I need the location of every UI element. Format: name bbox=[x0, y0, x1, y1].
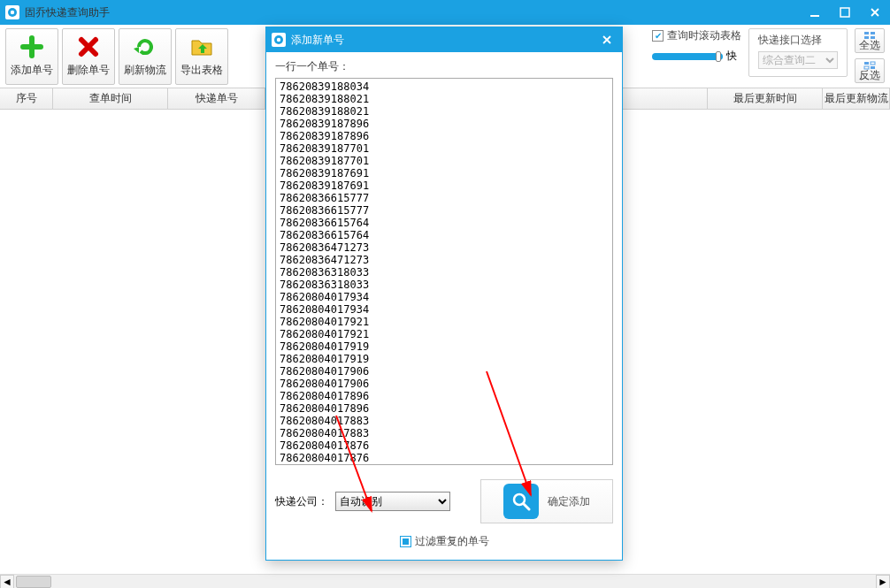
dialog-window-controls bbox=[592, 27, 622, 52]
app-title: 固乔快递查询助手 bbox=[25, 5, 800, 20]
x-icon bbox=[76, 34, 101, 59]
delete-number-button[interactable]: 删除单号 bbox=[62, 28, 115, 85]
dialog-hint: 一行一个单号： bbox=[275, 59, 613, 74]
refresh-icon bbox=[133, 34, 157, 59]
filter-duplicate-checkbox[interactable]: 过滤重复的单号 bbox=[400, 534, 489, 549]
horizontal-scrollbar[interactable]: ◄ ► bbox=[0, 574, 890, 588]
titlebar: 固乔快递查询助手 bbox=[0, 0, 890, 25]
interface-select[interactable]: 综合查询二 bbox=[758, 51, 838, 69]
svg-rect-9 bbox=[871, 62, 875, 65]
close-button[interactable] bbox=[860, 0, 890, 25]
col-tracking-no[interactable]: 快递单号 bbox=[168, 88, 265, 109]
delete-number-label: 删除单号 bbox=[67, 63, 110, 78]
interface-group-title: 快递接口选择 bbox=[758, 33, 838, 48]
col-seq[interactable]: 序号 bbox=[0, 88, 53, 109]
select-all-label: 全选 bbox=[859, 40, 880, 50]
col-query-time[interactable]: 查单时间 bbox=[53, 88, 168, 109]
plus-icon bbox=[19, 34, 44, 59]
tracking-numbers-textarea[interactable]: 78620839188034 78620839188021 7862083918… bbox=[275, 78, 613, 465]
scroll-right-arrow[interactable]: ► bbox=[876, 575, 890, 589]
col-last-update-logi[interactable]: 最后更新物流 bbox=[823, 88, 890, 109]
col-last-update-time[interactable]: 最后更新时间 bbox=[708, 88, 823, 109]
courier-select[interactable]: 自动识别 bbox=[335, 492, 450, 511]
selection-buttons: 全选 反选 bbox=[855, 28, 885, 83]
select-all-button[interactable]: 全选 bbox=[855, 28, 885, 53]
slider-track bbox=[652, 53, 723, 60]
scroll-on-query-label: 查询时滚动表格 bbox=[667, 28, 741, 43]
speed-fast-label: 快 bbox=[726, 49, 737, 64]
svg-rect-4 bbox=[864, 32, 869, 34]
add-number-button[interactable]: 添加单号 bbox=[5, 28, 58, 85]
scroll-left-arrow[interactable]: ◄ bbox=[0, 575, 14, 589]
folder-icon bbox=[189, 34, 214, 59]
minimize-button[interactable] bbox=[800, 0, 830, 25]
courier-label: 快递公司： bbox=[275, 494, 328, 509]
dialog-titlebar: 添加新单号 bbox=[266, 27, 622, 52]
dialog-body: 一行一个单号： 78620839188034 78620839188021 78… bbox=[266, 52, 622, 560]
scroll-thumb[interactable] bbox=[16, 576, 51, 588]
svg-rect-2 bbox=[810, 15, 819, 17]
svg-point-1 bbox=[11, 11, 14, 14]
app-icon bbox=[5, 5, 19, 19]
add-number-label: 添加单号 bbox=[11, 63, 53, 78]
add-number-dialog: 添加新单号 一行一个单号： 78620839188034 78620839188… bbox=[265, 27, 623, 561]
svg-point-13 bbox=[277, 38, 280, 42]
invert-selection-button[interactable]: 反选 bbox=[855, 58, 885, 83]
filter-duplicate-label: 过滤重复的单号 bbox=[415, 534, 489, 549]
dialog-row2: 快递公司： 自动识别 确定添加 bbox=[275, 479, 613, 523]
refresh-label: 刷新物流 bbox=[124, 63, 166, 78]
dialog-app-icon bbox=[272, 33, 286, 47]
svg-rect-5 bbox=[871, 32, 875, 34]
search-express-icon bbox=[503, 484, 539, 519]
toolbar-right: ✔ 查询时滚动表格 快 快递接口选择 综合查询二 全选 bbox=[652, 28, 885, 83]
maximize-button[interactable] bbox=[830, 0, 860, 25]
scroll-on-query-checkbox[interactable]: ✔ 查询时滚动表格 bbox=[652, 28, 741, 43]
confirm-add-label: 确定添加 bbox=[548, 494, 590, 509]
speed-slider[interactable]: 快 bbox=[652, 49, 737, 64]
confirm-add-button[interactable]: 确定添加 bbox=[480, 479, 613, 523]
window-controls bbox=[800, 0, 890, 25]
invert-selection-label: 反选 bbox=[859, 70, 880, 80]
scroll-check-group: ✔ 查询时滚动表格 快 bbox=[652, 28, 741, 64]
filter-duplicate-row: 过滤重复的单号 bbox=[275, 534, 613, 549]
export-label: 导出表格 bbox=[180, 63, 223, 78]
interface-group: 快递接口选择 综合查询二 bbox=[748, 28, 848, 77]
refresh-button[interactable]: 刷新物流 bbox=[119, 28, 172, 85]
svg-rect-8 bbox=[864, 62, 869, 65]
dialog-close-button[interactable] bbox=[592, 27, 622, 52]
export-button[interactable]: 导出表格 bbox=[175, 28, 228, 85]
dialog-title: 添加新单号 bbox=[291, 33, 592, 48]
slider-thumb[interactable] bbox=[716, 51, 721, 62]
svg-rect-3 bbox=[840, 8, 849, 17]
